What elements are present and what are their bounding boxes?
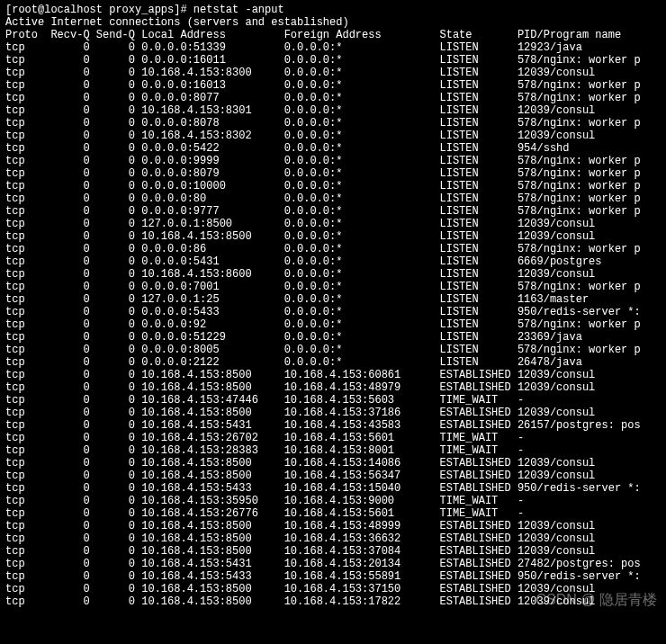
- netstat-row: tcp 0 0 0.0.0.0:7001 0.0.0.0:* LISTEN 57…: [5, 281, 661, 293]
- netstat-row: tcp 0 0 10.168.4.153:8500 10.168.4.153:3…: [5, 545, 661, 558]
- netstat-row: tcp 0 0 10.168.4.153:8300 0.0.0.0:* LIST…: [5, 67, 661, 79]
- netstat-row: tcp 0 0 10.168.4.153:47446 10.168.4.153:…: [5, 394, 661, 407]
- netstat-row: tcp 0 0 0.0.0.0:10000 0.0.0.0:* LISTEN 5…: [5, 180, 661, 192]
- netstat-row: tcp 0 0 10.168.4.153:8500 10.168.4.153:4…: [5, 520, 661, 532]
- command-text: netstat -anput: [194, 4, 284, 16]
- netstat-row: tcp 0 0 0.0.0.0:92 0.0.0.0:* LISTEN 578/…: [5, 318, 661, 331]
- netstat-row: tcp 0 0 10.168.4.153:26776 10.168.4.153:…: [5, 507, 661, 520]
- netstat-row: tcp 0 0 0.0.0.0:9777 0.0.0.0:* LISTEN 57…: [5, 205, 661, 218]
- netstat-row: tcp 0 0 0.0.0.0:5422 0.0.0.0:* LISTEN 95…: [5, 142, 661, 155]
- netstat-row: tcp 0 0 127.0.0.1:8500 0.0.0.0:* LISTEN …: [5, 218, 661, 230]
- netstat-row: tcp 0 0 10.168.4.153:8500 10.168.4.153:3…: [5, 532, 661, 545]
- netstat-row: tcp 0 0 10.168.4.153:8301 0.0.0.0:* LIST…: [5, 104, 661, 117]
- netstat-row: tcp 0 0 0.0.0.0:86 0.0.0.0:* LISTEN 578/…: [5, 243, 661, 255]
- netstat-row: tcp 0 0 10.168.4.153:8500 10.168.4.153:4…: [5, 381, 661, 394]
- terminal-output[interactable]: [root@localhost proxy_apps]# netstat -an…: [0, 0, 666, 612]
- netstat-row: tcp 0 0 10.168.4.153:8500 0.0.0.0:* LIST…: [5, 230, 661, 243]
- netstat-row: tcp 0 0 127.0.0.1:25 0.0.0.0:* LISTEN 11…: [5, 293, 661, 306]
- netstat-row: tcp 0 0 10.168.4.153:5431 10.168.4.153:2…: [5, 558, 661, 570]
- netstat-row: tcp 0 0 0.0.0.0:8078 0.0.0.0:* LISTEN 57…: [5, 117, 661, 130]
- netstat-row: tcp 0 0 0.0.0.0:8077 0.0.0.0:* LISTEN 57…: [5, 92, 661, 104]
- netstat-row: tcp 0 0 10.168.4.153:8500 10.168.4.153:5…: [5, 470, 661, 482]
- netstat-row: tcp 0 0 10.168.4.153:8500 10.168.4.153:1…: [5, 595, 661, 608]
- netstat-row: tcp 0 0 0.0.0.0:8005 0.0.0.0:* LISTEN 57…: [5, 344, 661, 356]
- prompt-prefix: [root@localhost proxy_apps]#: [5, 4, 194, 16]
- netstat-row: tcp 0 0 0.0.0.0:5433 0.0.0.0:* LISTEN 95…: [5, 306, 661, 318]
- netstat-row: tcp 0 0 10.168.4.153:35950 10.168.4.153:…: [5, 495, 661, 507]
- netstat-row: tcp 0 0 0.0.0.0:80 0.0.0.0:* LISTEN 578/…: [5, 192, 661, 205]
- prompt-line: [root@localhost proxy_apps]# netstat -an…: [5, 4, 661, 16]
- netstat-row: tcp 0 0 0.0.0.0:9999 0.0.0.0:* LISTEN 57…: [5, 155, 661, 167]
- netstat-row: tcp 0 0 10.168.4.153:8500 10.168.4.153:1…: [5, 457, 661, 470]
- netstat-row: tcp 0 0 10.168.4.153:8500 10.168.4.153:6…: [5, 369, 661, 381]
- netstat-row: tcp 0 0 0.0.0.0:16011 0.0.0.0:* LISTEN 5…: [5, 54, 661, 67]
- netstat-row: tcp 0 0 10.168.4.153:28383 10.168.4.153:…: [5, 444, 661, 457]
- netstat-row: tcp 0 0 10.168.4.153:26702 10.168.4.153:…: [5, 432, 661, 444]
- netstat-header: Proto Recv-Q Send-Q Local Address Foreig…: [5, 29, 661, 41]
- netstat-row: tcp 0 0 0.0.0.0:8079 0.0.0.0:* LISTEN 57…: [5, 167, 661, 180]
- netstat-row: tcp 0 0 0.0.0.0:51339 0.0.0.0:* LISTEN 1…: [5, 41, 661, 54]
- netstat-row: tcp 0 0 0.0.0.0:2122 0.0.0.0:* LISTEN 26…: [5, 356, 661, 369]
- netstat-row: tcp 0 0 0.0.0.0:51229 0.0.0.0:* LISTEN 2…: [5, 331, 661, 344]
- netstat-row: tcp 0 0 10.168.4.153:5431 10.168.4.153:4…: [5, 419, 661, 432]
- netstat-row: tcp 0 0 10.168.4.153:5433 10.168.4.153:5…: [5, 570, 661, 583]
- netstat-row: tcp 0 0 0.0.0.0:16013 0.0.0.0:* LISTEN 5…: [5, 79, 661, 92]
- netstat-row: tcp 0 0 10.168.4.153:8600 0.0.0.0:* LIST…: [5, 268, 661, 281]
- netstat-row: tcp 0 0 10.168.4.153:8500 10.168.4.153:3…: [5, 583, 661, 595]
- netstat-row: tcp 0 0 10.168.4.153:8302 0.0.0.0:* LIST…: [5, 130, 661, 142]
- netstat-row: tcp 0 0 10.168.4.153:8500 10.168.4.153:3…: [5, 407, 661, 419]
- netstat-row: tcp 0 0 0.0.0.0:5431 0.0.0.0:* LISTEN 66…: [5, 255, 661, 268]
- netstat-row: tcp 0 0 10.168.4.153:5433 10.168.4.153:1…: [5, 482, 661, 495]
- subtitle-line: Active Internet connections (servers and…: [5, 16, 661, 29]
